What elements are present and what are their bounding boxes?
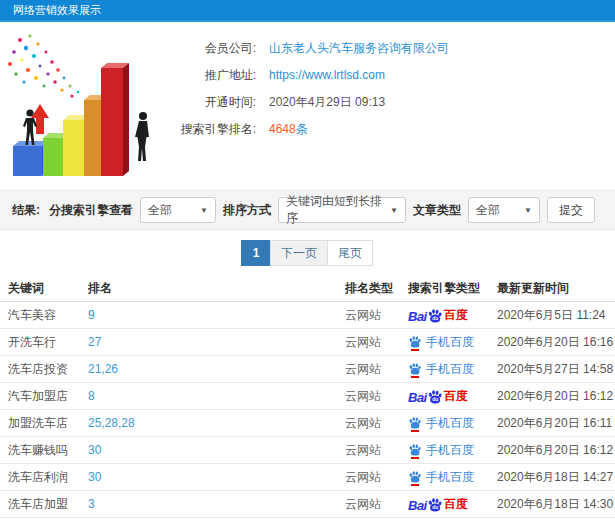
updated-time-cell: 2020年6月20日 16:12 — [497, 442, 615, 459]
col-header-updated: 最新更新时间 — [497, 280, 615, 297]
rank-type-cell: 云网站 — [345, 442, 408, 459]
col-header-rank-type: 排名类型 — [345, 280, 408, 297]
rank-type-cell: 云网站 — [345, 415, 408, 432]
rank-cell[interactable]: 9 — [88, 308, 345, 322]
mobile-baidu-paw-icon — [408, 416, 422, 430]
baidu-logo: Bai du 百度 — [408, 307, 468, 324]
keyword-cell: 加盟洗车店 — [8, 415, 88, 432]
keyword-cell: 洗车店利润 — [8, 469, 88, 486]
results-filter-bar: 结果: 分搜索引擎查看 全部 ▼ 排序方式 关键词由短到长排序 ▼ 文章类型 全… — [0, 190, 615, 230]
engine-cell: Bai du 百度 — [408, 415, 497, 432]
promo-url-row: 推广地址: https://www.lrtlsd.com — [178, 65, 449, 85]
chevron-down-icon: ▼ — [200, 206, 208, 215]
table-row: 汽车加盟店 8 云网站 Bai du 百度 — [0, 383, 615, 410]
confetti-dots — [8, 34, 79, 97]
businessman-right — [135, 112, 149, 161]
open-time-row: 开通时间: 2020年4月29日 09:13 — [178, 92, 449, 112]
sort-select[interactable]: 关键词由短到长排序 ▼ — [278, 197, 406, 223]
mobile-baidu-badge: 手机百度 — [408, 442, 474, 459]
submit-button[interactable]: 提交 — [547, 197, 595, 223]
promo-url-link[interactable]: https://www.lrtlsd.com — [269, 68, 385, 82]
bar-red — [101, 63, 129, 176]
article-type-select[interactable]: 全部 ▼ — [468, 197, 540, 223]
baidu-logo-bai: Bai — [408, 498, 427, 513]
svg-text:du: du — [432, 397, 438, 402]
svg-text:du: du — [432, 316, 438, 321]
keyword-cell: 洗车赚钱吗 — [8, 442, 88, 459]
member-company-link[interactable]: 山东老人头汽车服务咨询有限公司 — [269, 40, 449, 57]
rank-cell[interactable]: 30 — [88, 470, 345, 484]
rank-type-cell: 云网站 — [345, 388, 408, 405]
table-row: 洗车店利润 30 云网站 Bai du 百度 — [0, 464, 615, 491]
filter-controls: 分搜索引擎查看 全部 ▼ 排序方式 关键词由短到长排序 ▼ 文章类型 全部 ▼ … — [49, 197, 595, 223]
mobile-baidu-paw-icon — [408, 470, 422, 484]
title-bar: 网络营销效果展示 — [0, 0, 615, 22]
baidu-logo: Bai du 百度 — [408, 496, 468, 513]
rank-type-cell: 云网站 — [345, 496, 408, 513]
table-row: 汽车美容 9 云网站 Bai du 百度 — [0, 302, 615, 329]
baidu-logo: Bai du 百度 — [408, 388, 468, 405]
mobile-baidu-label: 手机百度 — [426, 415, 474, 432]
mobile-baidu-label: 手机百度 — [426, 334, 474, 351]
mobile-baidu-badge: 手机百度 — [408, 415, 474, 432]
col-header-rank: 排名 — [88, 280, 345, 297]
updated-time-cell: 2020年6月5日 11:24 — [497, 307, 615, 324]
baidu-logo-cn: 百度 — [444, 496, 468, 513]
updated-time-cell: 2020年6月18日 14:27 — [497, 469, 615, 486]
rank-type-cell: 云网站 — [345, 334, 408, 351]
mobile-baidu-label: 手机百度 — [426, 361, 474, 378]
keyword-cell: 开洗车行 — [8, 334, 88, 351]
engine-cell: Bai du 百度 — [408, 361, 497, 378]
mobile-baidu-paw-icon — [408, 443, 422, 457]
rank-type-cell: 云网站 — [345, 307, 408, 324]
table-row: 加盟洗车店 25,28,28 云网站 Bai du 百度 — [0, 410, 615, 437]
last-page-button[interactable]: 尾页 — [327, 240, 373, 266]
engine-cell: Bai du 百度 — [408, 307, 497, 324]
mobile-baidu-label: 手机百度 — [426, 469, 474, 486]
article-type-selected: 全部 — [476, 202, 500, 219]
table-header-row: 关键词 排名 排名类型 搜索引擎类型 最新更新时间 — [0, 276, 615, 302]
article-type-label: 文章类型 — [413, 202, 461, 219]
rank-type-cell: 云网站 — [345, 469, 408, 486]
mobile-baidu-badge: 手机百度 — [408, 361, 474, 378]
account-info-list: 会员公司: 山东老人头汽车服务咨询有限公司 推广地址: https://www.… — [178, 38, 449, 146]
baidu-logo-cn: 百度 — [444, 307, 468, 324]
rank-count-suffix: 条 — [296, 122, 308, 136]
baidu-paw-icon: du — [427, 389, 443, 405]
updated-time-cell: 2020年6月20日 16:16 — [497, 334, 615, 351]
marketing-growth-illustration — [0, 28, 180, 188]
open-time-value: 2020年4月29日 09:13 — [269, 94, 385, 111]
keyword-cell: 洗车店投资 — [8, 361, 88, 378]
mobile-baidu-paw-icon — [408, 335, 422, 349]
rank-cell[interactable]: 21,26 — [88, 362, 345, 376]
rank-cell[interactable]: 3 — [88, 497, 345, 511]
sort-label: 排序方式 — [223, 202, 271, 219]
mobile-baidu-underline — [411, 349, 419, 351]
engine-filter-select[interactable]: 全部 ▼ — [140, 197, 216, 223]
rank-cell[interactable]: 25,28,28 — [88, 416, 345, 430]
chevron-down-icon: ▼ — [390, 206, 398, 215]
rank-cell[interactable]: 30 — [88, 443, 345, 457]
table-row: 洗车赚钱吗 30 云网站 Bai du 百度 — [0, 437, 615, 464]
sort-selected: 关键词由短到长排序 — [286, 193, 382, 227]
mobile-baidu-underline — [411, 484, 419, 486]
open-time-label: 开通时间: — [178, 94, 256, 111]
keyword-cell: 汽车美容 — [8, 307, 88, 324]
col-header-engine: 搜索引擎类型 — [408, 280, 497, 297]
bar-blue — [13, 141, 48, 176]
baidu-logo-bai: Bai — [408, 390, 427, 405]
rank-cell[interactable]: 8 — [88, 389, 345, 403]
engine-cell: Bai du 百度 — [408, 442, 497, 459]
baidu-paw-icon: du — [427, 308, 443, 324]
mobile-baidu-underline — [411, 430, 419, 432]
updated-time-cell: 2020年6月18日 14:30 — [497, 496, 615, 513]
next-page-button[interactable]: 下一页 — [270, 240, 328, 266]
keyword-cell: 汽车加盟店 — [8, 388, 88, 405]
rank-count: 4648 — [269, 122, 296, 136]
page-button-current[interactable]: 1 — [241, 240, 271, 266]
engine-rank-row: 搜索引擎排名: 4648条 — [178, 119, 449, 139]
mobile-baidu-underline — [411, 376, 419, 378]
engine-filter-label: 分搜索引擎查看 — [49, 202, 133, 219]
rank-cell[interactable]: 27 — [88, 335, 345, 349]
engine-rank-value: 4648条 — [269, 121, 308, 138]
